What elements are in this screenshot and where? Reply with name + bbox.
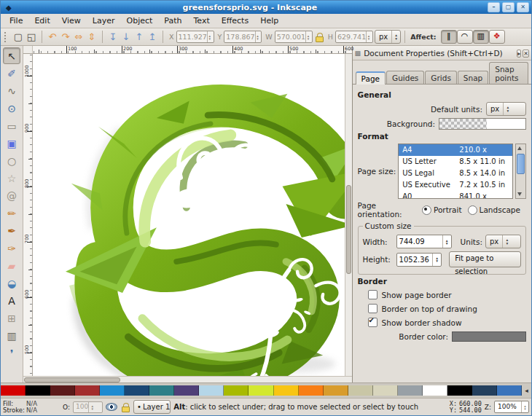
page-size-scrollbar[interactable] [515, 144, 526, 199]
move-gradients-toggle[interactable]: ▥ [473, 30, 489, 44]
zoom-field[interactable]: 100% [494, 401, 529, 413]
dock-close-button[interactable]: ✕ [523, 50, 529, 58]
flip-horizontal-button[interactable]: ⇔ [72, 31, 85, 44]
palette-swatch[interactable] [497, 385, 522, 396]
select-all-button[interactable]: ▢ [12, 31, 25, 44]
height-field[interactable]: 629.741 [335, 31, 373, 43]
tab-guides[interactable]: Guides [386, 71, 424, 84]
maximize-button[interactable]: ▢ [502, 2, 515, 12]
page-size-list[interactable]: A4210.0 x 297.0 mmUS Letter8.5 x 11.0 in… [398, 144, 513, 199]
rectangle-tool[interactable]: ▭ [3, 117, 20, 134]
palette-swatch[interactable] [1, 385, 26, 396]
checkbox-border-on-top-of-drawing[interactable] [368, 304, 378, 313]
page-size-option-us-legal[interactable]: US Legal8.5 x 14.0 in [399, 168, 512, 179]
height-spinner-icon[interactable] [432, 254, 441, 266]
vertical-scrollbar-thumb[interactable] [346, 185, 351, 274]
pen-tool[interactable]: ✒ [3, 222, 20, 239]
move-patterns-toggle[interactable]: ❖ [489, 30, 505, 44]
x-spinner-icon[interactable] [207, 31, 212, 42]
star-tool[interactable]: ☆ [3, 170, 20, 187]
artwork-green-s[interactable] [37, 57, 345, 376]
height-spinner-icon[interactable] [366, 31, 371, 42]
width-spinner-icon[interactable] [305, 31, 310, 42]
palette-swatch[interactable] [149, 385, 174, 396]
border-color-swatch[interactable] [452, 331, 526, 342]
text-tool[interactable]: A [3, 292, 20, 309]
menu-item-text[interactable]: Text [188, 15, 216, 27]
palette-swatch[interactable] [447, 385, 472, 396]
lower-to-bottom-button[interactable]: ↧ [106, 31, 120, 44]
tab-snap[interactable]: Snap [458, 71, 488, 84]
landscape-radio[interactable] [468, 205, 477, 215]
palette-swatch[interactable] [299, 385, 324, 396]
vertical-ruler[interactable]: 1000900800700600500 [23, 54, 33, 376]
width-field[interactable]: 570.001 [275, 31, 313, 43]
menu-item-layer[interactable]: Layer [87, 15, 121, 27]
custom-width-field[interactable]: 744.09 [396, 235, 452, 248]
calligraphy-tool[interactable]: ✑ [3, 240, 20, 256]
canvas-horizontal-scrollbar[interactable] [23, 376, 352, 382]
spiral-tool[interactable]: @ [3, 187, 20, 204]
raise-to-top-button[interactable]: ↥ [146, 31, 159, 44]
x-field[interactable]: 111.927 [176, 31, 214, 43]
tab-page[interactable]: Page [356, 71, 386, 85]
palette-swatch[interactable] [75, 385, 100, 396]
menu-item-help[interactable]: Help [254, 15, 284, 27]
pencil-tool[interactable]: ✏ [3, 205, 20, 221]
palette-swatch[interactable] [398, 385, 423, 396]
custom-units-combo[interactable]: px [485, 235, 521, 248]
ellipse-tool[interactable]: ○ [3, 152, 20, 169]
zoom-tool[interactable]: ⊙ [3, 100, 20, 117]
fill-stroke-indicator[interactable]: Fill:N/A Stroke:N/A [3, 401, 60, 414]
tweak-tool[interactable]: ∿ [3, 82, 20, 99]
units-combo[interactable]: px [375, 30, 401, 44]
palette-swatch[interactable] [373, 385, 398, 396]
box3d-tool[interactable]: ▣ [3, 135, 20, 152]
horizontal-ruler[interactable]: 100200300400500600 [33, 46, 352, 54]
minimize-button[interactable]: – [488, 2, 500, 12]
close-button[interactable]: ✕ [517, 2, 529, 12]
dropper-tool[interactable]: ❜ [3, 345, 20, 361]
y-field[interactable]: 178.867 [224, 31, 262, 43]
palette-swatch[interactable] [125, 385, 149, 396]
scale-rounded-corners-toggle[interactable]: ◠ [457, 30, 473, 44]
menu-item-view[interactable]: View [56, 15, 87, 27]
menu-item-edit[interactable]: Edit [28, 15, 55, 27]
eraser-tool[interactable]: ▰ [3, 257, 20, 274]
palette-swatch[interactable] [324, 385, 348, 396]
opacity-field[interactable]: 100 [73, 401, 103, 413]
portrait-radio[interactable] [422, 205, 431, 215]
raise-button[interactable]: ↑ [133, 31, 146, 44]
page-size-option-a4[interactable]: A4210.0 x 297.0 mm [399, 144, 512, 156]
custom-height-field[interactable]: 1052.36 [396, 253, 442, 267]
checkbox-show-border-shadow[interactable] [368, 318, 378, 327]
tab-snap-points[interactable]: Snap points [489, 62, 528, 84]
background-color-swatch[interactable] [439, 118, 526, 130]
page-size-option-a0[interactable]: A0841.0 x 1189.0 mm [399, 191, 512, 199]
horizontal-scrollbar-thumb[interactable] [24, 377, 120, 382]
rotate-ccw-button[interactable]: ↶ [46, 31, 59, 44]
palette-swatch[interactable] [274, 385, 299, 396]
page-size-option-us-letter[interactable]: US Letter8.5 x 11.0 in [399, 156, 512, 168]
canvas-vertical-scrollbar[interactable] [345, 54, 352, 376]
canvas[interactable] [33, 54, 345, 376]
page-size-scrollbar-thumb[interactable] [517, 154, 525, 174]
select-touch-button[interactable]: ◱ [25, 31, 38, 44]
flip-vertical-button[interactable]: ⇕ [85, 31, 98, 44]
menu-item-file[interactable]: File [4, 15, 28, 27]
scale-stroke-toggle[interactable]: ‖ [441, 30, 457, 44]
layer-selector[interactable]: • Layer 1 [133, 400, 171, 414]
palette-swatch[interactable] [199, 385, 224, 396]
paintbucket-tool[interactable]: ◒ [3, 275, 20, 291]
zoom-spinner-icon[interactable] [521, 401, 528, 412]
palette-swatch[interactable] [100, 385, 125, 396]
toolbar-drag-handle[interactable] [4, 31, 7, 43]
gradient-tool[interactable]: ▥ [3, 327, 20, 344]
menu-item-object[interactable]: Object [121, 15, 159, 27]
fit-page-to-selection-button[interactable]: Fit page to selection [449, 251, 521, 267]
selector-tool[interactable]: ↖ [3, 47, 20, 64]
palette-swatch[interactable] [224, 385, 249, 396]
dock-menu-button[interactable]: ▸ [517, 50, 521, 58]
menu-item-path[interactable]: Path [158, 15, 187, 27]
layer-visibility-icon[interactable] [106, 403, 117, 411]
